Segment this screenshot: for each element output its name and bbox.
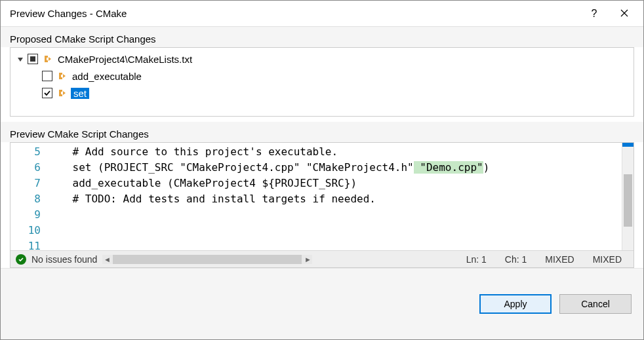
encoding-indicator: MIXED <box>586 254 628 265</box>
vertical-scrollbar[interactable] <box>622 143 634 250</box>
ok-icon <box>16 254 26 265</box>
cmake-icon <box>56 70 68 82</box>
tree-item-label: add_executable <box>71 71 143 82</box>
preview-changes-label: Preview CMake Script Changes <box>1 122 643 142</box>
tree-item-set[interactable]: set <box>14 85 630 102</box>
scroll-marker <box>622 143 634 147</box>
cancel-button-label: Cancel <box>581 299 610 309</box>
dialog-button-bar: Apply Cancel <box>1 268 643 339</box>
line-number-gutter: 567891011 <box>10 143 47 250</box>
code-preview: 567891011 # Add source to this project's… <box>10 142 634 268</box>
checkbox-root[interactable] <box>28 54 38 64</box>
line-endings-indicator: MIXED <box>538 254 580 265</box>
hscroll-thumb[interactable] <box>113 255 302 264</box>
close-button[interactable] <box>609 4 639 24</box>
apply-button-label: Apply <box>504 299 527 309</box>
checkbox-set[interactable] <box>42 88 52 98</box>
editor-status-strip: No issues found ◄ ► Ln: 1 Ch: 1 MIXED MI… <box>10 250 634 267</box>
line-indicator: Ln: 1 <box>460 254 493 265</box>
scroll-thumb[interactable] <box>624 174 632 227</box>
help-button[interactable]: ? <box>579 4 609 24</box>
column-indicator: Ch: 1 <box>498 254 533 265</box>
help-icon: ? <box>592 8 597 20</box>
window-title: Preview Changes - CMake <box>10 8 127 19</box>
proposed-changes-label: Proposed CMake Script Changes <box>1 27 643 47</box>
close-icon <box>620 8 628 20</box>
tree-item-label: set <box>71 88 89 99</box>
tree-root-label: CMakeProject4\CMakeLists.txt <box>56 54 193 65</box>
tree-item-add-executable[interactable]: add_executable <box>14 67 630 85</box>
checkbox-add-executable[interactable] <box>42 71 52 81</box>
issues-status: No issues found <box>31 254 97 265</box>
tree-root-row[interactable]: CMakeProject4\CMakeLists.txt <box>14 50 630 67</box>
title-bar: Preview Changes - CMake ? <box>1 1 643 27</box>
expander-icon[interactable] <box>16 54 25 64</box>
horizontal-scrollbar[interactable]: ◄ ► <box>102 255 312 264</box>
cancel-button[interactable]: Cancel <box>559 294 632 314</box>
cmake-icon <box>56 87 68 99</box>
scroll-right-icon[interactable]: ► <box>303 255 312 264</box>
apply-button[interactable]: Apply <box>479 294 552 314</box>
scroll-left-icon[interactable]: ◄ <box>102 255 111 264</box>
proposed-changes-tree: CMakeProject4\CMakeLists.txt add_executa… <box>10 47 634 117</box>
cmake-icon <box>42 53 54 65</box>
code-viewer[interactable]: # Add source to this project's executabl… <box>47 143 622 250</box>
